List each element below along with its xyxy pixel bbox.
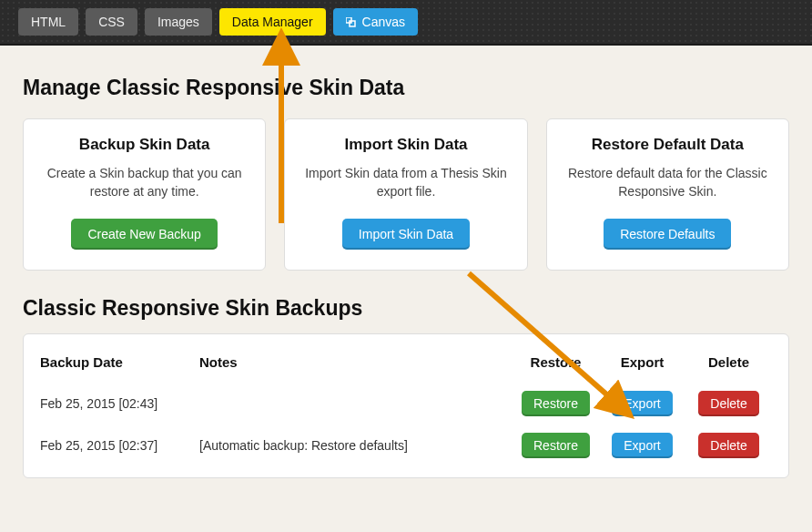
card-restore-defaults: Restore Default Data Restore default dat… xyxy=(546,118,789,271)
cell-date: Feb 25, 2015 [02:43] xyxy=(40,383,199,425)
th-date: Backup Date xyxy=(40,349,199,383)
card-import-title: Import Skin Data xyxy=(298,136,513,154)
cell-notes xyxy=(199,383,513,425)
cards-row: Backup Skin Data Create a Skin backup th… xyxy=(23,118,789,271)
th-notes: Notes xyxy=(199,349,513,383)
restore-button[interactable]: Restore xyxy=(522,391,590,416)
card-backup-title: Backup Skin Data xyxy=(36,136,252,154)
backups-heading: Classic Responsive Skin Backups xyxy=(23,296,789,321)
card-import: Import Skin Data Import Skin data from a… xyxy=(284,118,527,271)
create-new-backup-button[interactable]: Create New Backup xyxy=(71,219,218,250)
import-skin-data-button[interactable]: Import Skin Data xyxy=(342,219,470,250)
canvas-icon xyxy=(346,16,357,27)
th-restore: Restore xyxy=(513,349,599,383)
backups-table: Backup Date Notes Restore Export Delete … xyxy=(40,349,772,466)
card-import-desc: Import Skin data from a Thesis Skin expo… xyxy=(298,165,513,200)
table-row: Feb 25, 2015 [02:43] Restore Export Dele… xyxy=(40,383,772,425)
tab-images[interactable]: Images xyxy=(145,8,212,36)
table-row: Feb 25, 2015 [02:37] [Automatic backup: … xyxy=(40,425,772,466)
tab-html[interactable]: HTML xyxy=(18,8,78,36)
restore-button[interactable]: Restore xyxy=(522,433,590,458)
content-area: Manage Classic Responsive Skin Data Back… xyxy=(0,46,812,478)
card-restore-desc: Restore default data for the Classic Res… xyxy=(560,165,776,200)
manage-heading: Manage Classic Responsive Skin Data xyxy=(23,76,789,100)
card-backup-desc: Create a Skin backup that you can restor… xyxy=(36,165,252,200)
tab-canvas-label: Canvas xyxy=(362,15,405,29)
restore-defaults-button[interactable]: Restore Defaults xyxy=(604,219,731,250)
export-button[interactable]: Export xyxy=(612,433,672,458)
svg-rect-0 xyxy=(346,17,351,23)
card-backup: Backup Skin Data Create a Skin backup th… xyxy=(23,118,266,271)
tab-css[interactable]: CSS xyxy=(86,8,137,36)
card-restore-title: Restore Default Data xyxy=(560,136,776,154)
export-button[interactable]: Export xyxy=(612,391,672,416)
th-export: Export xyxy=(599,349,685,383)
backups-table-card: Backup Date Notes Restore Export Delete … xyxy=(23,333,789,478)
th-delete: Delete xyxy=(685,349,772,383)
tab-data-manager[interactable]: Data Manager xyxy=(219,8,326,36)
cell-date: Feb 25, 2015 [02:37] xyxy=(40,425,199,466)
svg-rect-1 xyxy=(350,21,355,26)
delete-button[interactable]: Delete xyxy=(698,391,758,416)
top-toolbar: HTML CSS Images Data Manager Canvas xyxy=(0,0,812,46)
cell-notes: [Automatic backup: Restore defaults] xyxy=(199,425,513,466)
tab-canvas[interactable]: Canvas xyxy=(333,8,418,36)
delete-button[interactable]: Delete xyxy=(698,433,758,458)
